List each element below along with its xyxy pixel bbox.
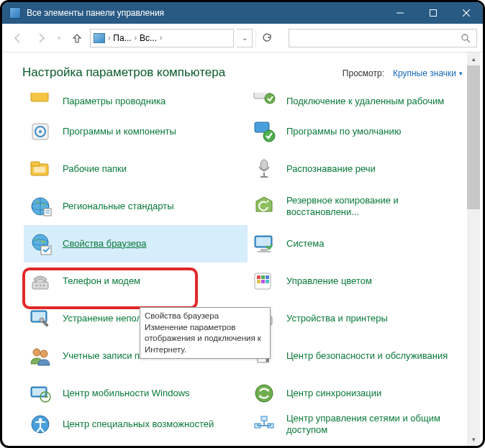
control-panel-item[interactable]: Центр мобильности Windows — [24, 375, 248, 412]
breadcrumb-1[interactable]: Па... — [113, 33, 131, 43]
window-title: Все элементы панели управления — [27, 8, 384, 18]
default-programs-icon — [252, 119, 276, 144]
items-grid: Параметры проводника Подключение к удале… — [2, 93, 483, 436]
svg-point-36 — [40, 285, 41, 286]
control-panel-item[interactable]: Резервное копирование и восстановлени... — [248, 188, 471, 225]
scroll-down-arrow[interactable]: ▾ — [467, 433, 480, 446]
svg-point-4 — [462, 35, 468, 40]
titlebar: Все элементы панели управления — [2, 2, 483, 24]
item-label: Телефон и модем — [63, 275, 140, 287]
control-panel-item[interactable]: Центр синхронизации — [248, 375, 471, 412]
item-label: Подключение к удаленным рабочим — [286, 96, 444, 107]
item-label: Свойства браузера — [63, 238, 146, 250]
control-panel-item[interactable]: Рабочие папки — [24, 150, 248, 188]
svg-point-60 — [39, 419, 42, 422]
control-panel-item[interactable]: Программы по умолчанию — [248, 113, 471, 150]
search-input[interactable] — [289, 29, 477, 47]
svg-rect-6 — [31, 93, 48, 101]
close-button[interactable] — [450, 2, 483, 24]
troubleshoot-icon — [28, 306, 53, 331]
item-label: Центр специальных возможностей — [63, 419, 214, 430]
item-label: Программы по умолчанию — [286, 126, 401, 137]
svg-rect-40 — [261, 275, 265, 279]
scroll-up-arrow[interactable]: ▴ — [467, 52, 480, 65]
svg-rect-44 — [266, 280, 269, 283]
item-label: Программы и компоненты — [63, 126, 176, 137]
color-mgmt-icon — [252, 269, 276, 293]
address-dropdown[interactable]: ⌄ — [237, 29, 253, 47]
svg-point-37 — [43, 285, 45, 286]
svg-rect-42 — [257, 280, 260, 283]
folder-options-icon — [28, 93, 53, 107]
svg-rect-24 — [44, 209, 51, 216]
svg-point-53 — [40, 350, 47, 357]
control-panel-item[interactable]: Свойства браузера — [24, 225, 248, 262]
ease-of-access-icon — [28, 412, 53, 436]
page-title: Настройка параметров компьютера — [22, 65, 343, 80]
svg-point-12 — [39, 130, 42, 133]
chevron-down-icon: ▾ — [459, 70, 463, 77]
back-button[interactable] — [8, 28, 28, 48]
item-label: Система — [286, 238, 324, 250]
item-label: Центр управления сетями и общим доступом — [286, 413, 467, 436]
view-value-text: Крупные значки — [393, 68, 456, 78]
up-button[interactable] — [67, 28, 87, 48]
scrollbar[interactable]: ▴ ▾ — [467, 52, 480, 446]
item-label: Распознавание речи — [286, 163, 376, 175]
control-panel-item[interactable]: Центр специальных возможностей — [24, 412, 248, 436]
region-icon — [28, 194, 53, 219]
system-icon — [252, 232, 276, 256]
tooltip-body: Изменение параметров отображения и подкл… — [145, 323, 261, 354]
svg-rect-39 — [257, 275, 260, 279]
control-panel-item[interactable]: Устройства и принтеры — [248, 300, 471, 337]
control-panel-item[interactable]: Региональные стандарты — [24, 188, 248, 225]
tooltip-title: Свойства браузера — [145, 311, 266, 322]
control-panel-item[interactable]: Программы и компоненты — [24, 113, 248, 150]
programs-icon — [28, 119, 53, 144]
backup-icon — [252, 194, 276, 219]
svg-rect-41 — [266, 275, 269, 279]
svg-rect-31 — [256, 237, 271, 246]
item-label: Центр безопасности и обслуживания — [286, 350, 448, 362]
control-panel-item[interactable]: Центр безопасности и обслуживания — [248, 337, 471, 375]
remote-app-icon — [252, 93, 276, 107]
breadcrumb-2[interactable]: Вс... — [140, 33, 157, 43]
item-label: Управление цветом — [286, 275, 372, 287]
svg-rect-43 — [261, 280, 265, 283]
user-accounts-icon — [28, 344, 53, 368]
refresh-button[interactable] — [255, 29, 277, 47]
network-center-icon — [252, 412, 276, 436]
svg-rect-33 — [258, 251, 271, 252]
address-bar[interactable]: › Па... › Вс... › — [90, 29, 234, 47]
address-icon — [94, 33, 105, 43]
control-panel-item[interactable]: Параметры проводника — [24, 93, 248, 113]
svg-point-47 — [40, 318, 44, 322]
control-panel-item[interactable]: Подключение к удаленным рабочим — [248, 93, 471, 113]
chevron-right-icon: › — [135, 34, 137, 42]
maximize-button[interactable] — [417, 2, 450, 24]
work-folders-icon — [28, 157, 53, 181]
chevron-right-icon: › — [160, 34, 162, 42]
chevron-right-icon: › — [108, 34, 110, 42]
internet-options-icon — [28, 232, 53, 256]
item-label: Рабочие папки — [63, 163, 127, 175]
control-panel-item[interactable]: Телефон и модем — [24, 262, 248, 300]
item-label: Региональные стандарты — [63, 201, 173, 212]
mobility-center-icon — [28, 381, 53, 406]
sync-center-icon — [252, 381, 276, 406]
item-label: Центр синхронизации — [286, 388, 381, 399]
svg-rect-1 — [430, 10, 437, 17]
control-panel-item[interactable]: Управление цветом — [248, 262, 471, 300]
control-panel-item[interactable]: Распознавание речи — [248, 150, 471, 188]
control-panel-item[interactable]: Центр управления сетями и общим доступом — [248, 412, 471, 436]
view-selector[interactable]: Крупные значки ▾ — [393, 68, 463, 78]
speech-icon — [252, 157, 276, 181]
svg-rect-17 — [34, 167, 45, 173]
content-area: Настройка параметров компьютера Просмотр… — [2, 52, 483, 446]
scroll-thumb[interactable] — [467, 65, 480, 209]
control-panel-item[interactable]: Система — [248, 225, 471, 262]
tooltip: Свойства браузера Изменение параметров о… — [140, 307, 271, 359]
forward-button[interactable] — [31, 28, 51, 48]
minimize-button[interactable] — [384, 2, 417, 24]
recent-dropdown[interactable]: ▾ — [54, 28, 64, 48]
